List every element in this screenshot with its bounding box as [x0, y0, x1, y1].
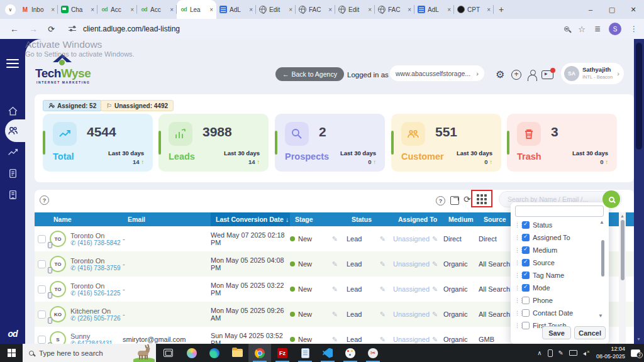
taskbar-app-explorer[interactable] — [226, 344, 248, 362]
row-checkbox[interactable] — [38, 260, 46, 268]
browser-tab[interactable]: Edit× — [335, 0, 375, 19]
edit-assigned-icon[interactable]: ✎ — [432, 260, 438, 268]
cancel-button[interactable]: Cancel — [574, 326, 606, 339]
browser-tab[interactable]: FAC× — [375, 0, 414, 19]
edit-status-icon[interactable]: ✎ — [380, 285, 386, 293]
browser-tab-active[interactable]: odLea× — [177, 0, 216, 19]
edit-assigned-icon[interactable]: ✎ — [432, 285, 438, 293]
chooser-item-mode[interactable]: ⋮⋮Mode — [514, 282, 550, 294]
menu-toggle-icon[interactable] — [6, 59, 19, 68]
column-header-medium[interactable]: Medium — [443, 216, 479, 223]
profile-icon[interactable] — [527, 70, 537, 80]
edit-status-icon[interactable]: ✎ — [380, 260, 386, 268]
edit-status-icon[interactable]: ✎ — [380, 336, 386, 344]
save-button[interactable]: Save — [542, 326, 571, 339]
lead-phone[interactable]: ✆ (416) 738-5842 — [70, 239, 121, 246]
chooser-item-contact-date[interactable]: ⋮⋮Contact Date — [514, 307, 573, 319]
browser-tab[interactable]: odAcc× — [97, 0, 137, 19]
close-icon[interactable]: × — [487, 6, 491, 13]
media-control-icon[interactable]: ≣ — [594, 25, 600, 33]
scrollbar-thumb[interactable] — [621, 220, 625, 280]
bookmark-star-icon[interactable]: ☆ — [578, 25, 586, 34]
taskbar-app-copilot[interactable] — [180, 344, 203, 362]
site-selector-dropdown[interactable]: www.abacusselfstorage... › — [390, 65, 484, 81]
lead-name[interactable]: Kitchener On — [70, 307, 121, 315]
edit-stage-icon[interactable]: ✎ — [332, 260, 338, 268]
browser-tab[interactable]: AdL× — [414, 0, 454, 19]
phone-link-icon[interactable] — [548, 349, 553, 357]
lead-phone[interactable]: ✆ (226) 505-7726 — [70, 315, 121, 322]
sidebar-item-notes[interactable] — [0, 184, 25, 206]
reload-icon[interactable]: ⟳ — [48, 25, 55, 34]
forward-icon[interactable]: → — [29, 24, 38, 34]
unassigned-filter-pill[interactable]: ⚐ Unassigned: 4492 — [101, 100, 174, 111]
lead-name[interactable]: Toronto On — [70, 282, 121, 290]
stat-card-leads[interactable]: 3988 Leads Last 30 days 14 ↑ — [158, 114, 269, 172]
chooser-item-tag-name[interactable]: ⋮⋮Tag Name — [514, 269, 564, 282]
chooser-item-assigned-to[interactable]: ⋮⋮Assigned To — [514, 231, 570, 244]
pen-icon[interactable]: ✎ — [558, 349, 564, 356]
close-icon[interactable]: × — [447, 6, 451, 13]
close-icon[interactable]: × — [289, 6, 292, 13]
checkbox-checked[interactable] — [522, 221, 530, 229]
column-header-email[interactable]: Email — [123, 216, 211, 223]
edit-assigned-icon[interactable]: ✎ — [432, 336, 438, 344]
close-icon[interactable]: × — [328, 6, 332, 13]
browser-tab[interactable]: Edit× — [256, 0, 296, 19]
checkbox-checked[interactable] — [522, 284, 530, 292]
taskbar-app-paint[interactable] — [339, 344, 362, 362]
edit-status-icon[interactable]: ✎ — [380, 235, 386, 243]
table-scrollbar[interactable]: ▲ — [619, 212, 626, 344]
new-tab-button[interactable]: + — [499, 4, 504, 14]
taskbar-app-chrome[interactable] — [248, 344, 271, 362]
maximize-button[interactable]: ▢ — [601, 6, 623, 14]
scroll-down-icon[interactable]: ▼ — [598, 313, 603, 319]
checkbox-unchecked[interactable] — [522, 297, 530, 304]
chooser-item-source[interactable]: ⋮⋮Source — [514, 256, 555, 269]
chooser-item-phone[interactable]: ⋮⋮Phone — [514, 294, 553, 307]
checkbox-checked[interactable] — [522, 272, 530, 279]
checkbox-checked[interactable] — [522, 246, 530, 254]
lead-phone[interactable]: ✆ (416) 526-1225 — [70, 290, 121, 297]
close-window-button[interactable]: ✕ — [623, 6, 644, 14]
scroll-up-icon[interactable]: ▲ — [599, 219, 604, 225]
edit-stage-icon[interactable]: ✎ — [332, 285, 338, 293]
row-checkbox[interactable] — [38, 285, 46, 293]
help-icon[interactable]: ? — [40, 195, 49, 205]
refresh-icon[interactable]: ⟳ — [464, 194, 471, 204]
browser-tab[interactable]: CPT× — [454, 0, 494, 19]
search-highlight-image[interactable] — [133, 346, 155, 362]
stat-card-prospects[interactable]: 2 Prospects Last 30 days 0 ↑ — [275, 114, 385, 172]
settings-gear-icon[interactable]: ⚙ — [496, 69, 504, 80]
start-button[interactable] — [0, 344, 23, 362]
checkbox-checked[interactable] — [522, 259, 530, 266]
tab-search-button[interactable]: ∨ — [5, 4, 16, 15]
close-icon[interactable]: × — [91, 6, 94, 13]
edit-status-icon[interactable]: ✎ — [380, 310, 386, 319]
taskbar-search[interactable]: Type here to search — [23, 344, 156, 362]
stat-card-customer[interactable]: 551 Customer Last 30 days 0 ↑ — [391, 114, 501, 172]
row-checkbox[interactable] — [38, 310, 46, 319]
browser-tab[interactable]: AdL× — [216, 0, 256, 19]
row-checkbox[interactable] — [38, 336, 46, 344]
notification-center-icon[interactable]: 2 — [631, 349, 640, 357]
sidebar-item-reports[interactable] — [0, 141, 25, 163]
scrollbar-thumb[interactable] — [636, 43, 642, 150]
chooser-scrollbar-thumb[interactable] — [601, 240, 604, 277]
lead-name[interactable]: Toronto On — [70, 257, 121, 265]
column-header-name[interactable]: Name — [48, 216, 123, 223]
checkbox-checked[interactable] — [522, 234, 530, 241]
sidebar-item-home[interactable] — [0, 101, 25, 122]
column-filter-input[interactable] — [515, 206, 604, 217]
lead-name[interactable]: Sunny — [70, 332, 113, 340]
edit-stage-icon[interactable]: ✎ — [332, 310, 338, 319]
minimize-button[interactable]: – — [580, 6, 601, 13]
close-icon[interactable]: × — [170, 6, 174, 13]
chooser-item-medium[interactable]: ⋮⋮Medium — [514, 244, 557, 256]
search-button[interactable] — [602, 190, 620, 208]
taskbar-app-filezilla[interactable]: Fz — [271, 344, 294, 362]
back-icon[interactable]: ← — [10, 24, 19, 34]
browser-tab[interactable]: odAcc× — [137, 0, 177, 19]
browser-tab[interactable]: FAC× — [296, 0, 335, 19]
stat-card-trash[interactable]: 3 Trash Last 30 days 0 ↑ — [507, 114, 617, 172]
